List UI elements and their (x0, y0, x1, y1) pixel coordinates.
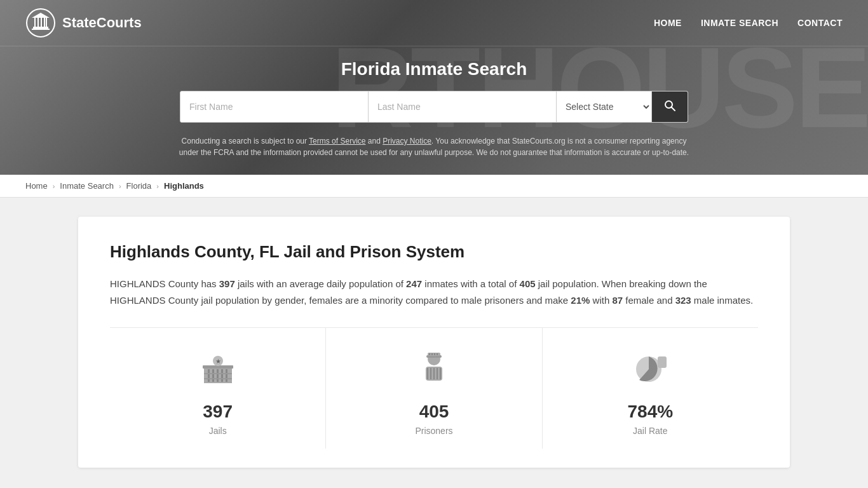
svg-rect-13 (212, 369, 214, 382)
disclaimer: Conducting a search is subject to our Te… (161, 132, 707, 168)
terms-link[interactable]: Terms of Service (309, 137, 365, 146)
nav-links: HOME INMATE SEARCH CONTACT (654, 18, 843, 28)
breadcrumb-home[interactable]: Home (25, 181, 48, 191)
stat-jails-label: Jails (209, 426, 227, 436)
stat-jail-rate: 784% Jail Rate (543, 328, 758, 449)
breadcrumb-sep-3: › (156, 182, 159, 190)
svg-marker-8 (32, 13, 50, 18)
svg-rect-15 (221, 369, 223, 382)
svg-rect-36 (658, 356, 667, 368)
stat-jails-number: 397 (203, 402, 233, 422)
stat-prisoners-number: 405 (419, 402, 449, 422)
svg-rect-34 (440, 368, 441, 379)
breadcrumb-highlands: Highlands (164, 181, 204, 191)
search-button[interactable] (652, 92, 688, 122)
desc-female-count: 87 (612, 295, 623, 306)
stat-rate-number: 784% (628, 402, 674, 422)
desc-jails: 397 (219, 278, 235, 289)
search-icon (663, 99, 676, 114)
search-bar-inner: Select State Florida California Texas (180, 91, 688, 123)
svg-rect-6 (44, 18, 45, 27)
desc-p5: with (590, 295, 612, 306)
first-name-input[interactable] (180, 92, 369, 122)
prisoner-icon (412, 347, 456, 391)
rate-icon (628, 347, 672, 391)
svg-rect-12 (208, 369, 210, 382)
privacy-link[interactable]: Privacy Notice (383, 137, 431, 146)
stat-rate-label: Jail Rate (633, 426, 667, 436)
logo-text: StateCourts (62, 15, 142, 31)
search-bar: Select State Florida California Texas (13, 91, 855, 123)
desc-female-pct: 21% (571, 295, 590, 306)
breadcrumb-sep-2: › (119, 182, 121, 190)
svg-rect-32 (433, 368, 435, 379)
main-content: Highlands County, FL Jail and Prison Sys… (53, 217, 815, 468)
svg-text:★: ★ (215, 358, 220, 365)
stat-prisoners-label: Prisoners (415, 426, 452, 436)
svg-rect-28 (437, 353, 438, 355)
navbar: StateCourts HOME INMATE SEARCH CONTACT (0, 0, 868, 46)
nav-inmate-search[interactable]: INMATE SEARCH (701, 18, 778, 28)
jail-icon: ★ (196, 347, 240, 391)
svg-rect-2 (32, 29, 50, 30)
hero-title: Florida Inmate Search (13, 59, 855, 79)
stats-row: ★ 397 Jails (110, 327, 758, 449)
desc-avg-pop: 247 (406, 278, 422, 289)
svg-rect-31 (430, 368, 431, 379)
stat-prisoners: 405 Prisoners (326, 328, 542, 449)
breadcrumb-inmate-search[interactable]: Inmate Search (60, 181, 114, 191)
svg-rect-18 (204, 378, 232, 379)
state-select[interactable]: Select State Florida California Texas (557, 92, 652, 122)
svg-rect-5 (41, 18, 42, 27)
desc-p3: inmates with a total of (422, 278, 519, 289)
svg-rect-30 (427, 368, 428, 379)
svg-rect-14 (217, 369, 219, 382)
logo[interactable]: StateCourts (25, 8, 142, 38)
content-card: Highlands County, FL Jail and Prison Sys… (78, 217, 790, 468)
svg-rect-16 (226, 369, 227, 382)
desc-p2: jails with an average daily population o… (235, 278, 406, 289)
last-name-input[interactable] (369, 92, 557, 122)
hero: Florida Inmate Search Select State Flori… (0, 46, 868, 175)
svg-rect-3 (34, 18, 36, 27)
desc-p6: female and (623, 295, 675, 306)
svg-rect-17 (204, 373, 232, 374)
svg-rect-26 (431, 353, 433, 355)
svg-rect-7 (46, 18, 47, 27)
desc-total: 405 (520, 278, 536, 289)
nav-contact[interactable]: CONTACT (797, 18, 843, 28)
breadcrumb: Home › Inmate Search › Florida › Highlan… (0, 175, 868, 198)
svg-rect-33 (437, 368, 438, 379)
disclaimer-text-before: Conducting a search is subject to our (182, 137, 309, 146)
svg-rect-4 (37, 18, 39, 27)
header: RTHOUSE StateCourts HOME (0, 0, 868, 175)
county-description: HIGHLANDS County has 397 jails with an a… (110, 276, 758, 308)
breadcrumb-florida[interactable]: Florida (126, 181, 152, 191)
nav-home[interactable]: HOME (654, 18, 682, 28)
svg-rect-1 (33, 27, 48, 29)
breadcrumb-sep-1: › (53, 182, 55, 190)
svg-rect-25 (429, 353, 430, 355)
county-title: Highlands County, FL Jail and Prison Sys… (110, 242, 758, 262)
disclaimer-text-mid: and (365, 137, 383, 146)
desc-p1: HIGHLANDS County has (110, 278, 219, 289)
desc-male-count: 323 (675, 295, 691, 306)
svg-line-10 (672, 107, 675, 111)
stat-jails: ★ 397 Jails (110, 328, 326, 449)
svg-rect-27 (434, 353, 435, 355)
desc-p7: male inmates. (691, 295, 754, 306)
